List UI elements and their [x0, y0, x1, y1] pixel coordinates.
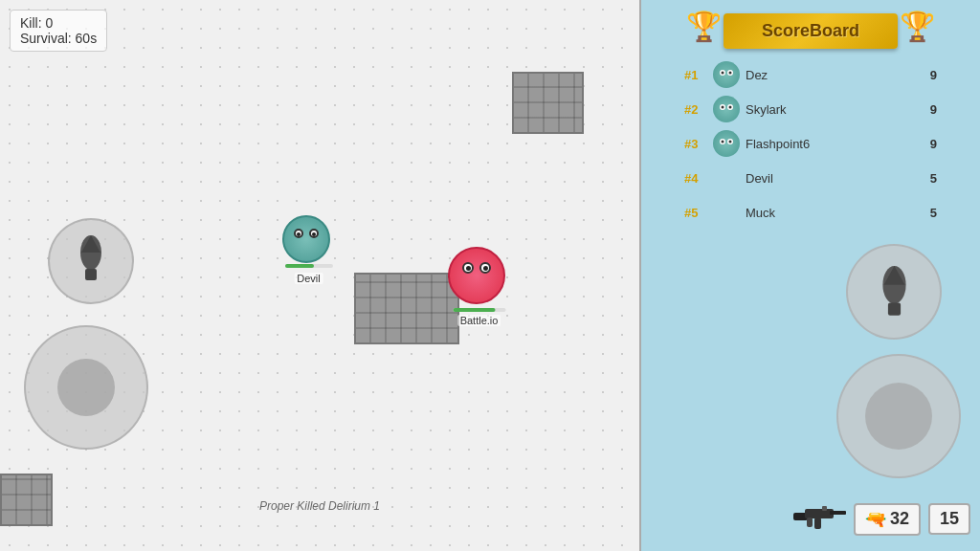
game-panel: Kill: 0 Survival: 60s Devil: [0, 0, 641, 551]
health-display: 15: [928, 503, 970, 535]
svg-point-17: [729, 141, 732, 143]
kill-message: Proper Killed Delirium 1: [259, 499, 380, 513]
kill-stat: Kill: 0: [20, 15, 97, 31]
score-value-3: 9: [930, 137, 937, 151]
right-move-control[interactable]: [836, 354, 961, 478]
score-name-1: Dez: [746, 68, 930, 82]
score-list: #1Dez9#2Skylark9#3Flashpoint69#4Devil5#5…: [677, 57, 945, 230]
svg-point-3: [717, 65, 736, 84]
svg-point-6: [722, 72, 724, 75]
trophy-right-icon: 🏆: [900, 10, 935, 43]
right-move-inner: [865, 383, 932, 450]
left-move-control[interactable]: [24, 325, 148, 450]
svg-point-16: [722, 141, 724, 143]
wall-top-right: [512, 72, 584, 134]
score-value-2: 9: [930, 102, 937, 117]
score-avatar-1: [713, 61, 740, 88]
health-count: 15: [940, 509, 959, 529]
score-row-3: #3Flashpoint69: [677, 126, 945, 161]
ammo-icon: 🔫: [865, 509, 886, 530]
wall-bottom-left: [0, 474, 53, 526]
bottom-hud: 🔫 32 15: [793, 501, 970, 537]
weapon-icon: [793, 501, 846, 537]
ammo-display: 🔫 32: [854, 503, 921, 536]
svg-rect-25: [807, 518, 813, 527]
right-bullet-icon: [873, 266, 916, 319]
svg-rect-24: [814, 518, 821, 529]
scoreboard: 🏆 ScoreBoard 🏆 #1Dez9#2Skylark9#3Flashpo…: [677, 5, 945, 230]
svg-point-11: [722, 106, 724, 109]
score-name-3: Flashpoint6: [746, 137, 930, 151]
svg-point-8: [717, 99, 736, 119]
score-name-5: Muck: [746, 206, 930, 220]
enemy-name-label: Battle.io: [457, 315, 501, 326]
bullet-icon: [72, 235, 110, 283]
score-name-2: Skylark: [746, 102, 930, 117]
svg-rect-22: [805, 509, 834, 518]
svg-rect-26: [822, 506, 827, 511]
player-name-label: Devil: [294, 273, 323, 284]
score-row-5: #5Muck5: [677, 195, 945, 230]
score-rank-4: #4: [684, 171, 713, 186]
score-row-2: #2Skylark9: [677, 92, 945, 126]
svg-rect-20: [887, 302, 900, 315]
scoreboard-banner: 🏆 ScoreBoard 🏆: [677, 5, 945, 57]
score-avatar-3: [713, 130, 740, 157]
svg-rect-23: [830, 511, 846, 515]
wall-mid: [354, 273, 459, 344]
svg-point-7: [729, 72, 732, 75]
svg-rect-2: [85, 269, 97, 280]
ui-panel: 🏆 ScoreBoard 🏆 #1Dez9#2Skylark9#3Flashpo…: [641, 0, 980, 551]
left-gun-control[interactable]: [48, 218, 134, 304]
score-value-1: 9: [930, 68, 937, 82]
score-rank-2: #2: [684, 102, 713, 117]
ammo-count: 32: [890, 509, 909, 529]
score-name-4: Devil: [746, 171, 930, 186]
score-avatar-2: [713, 96, 740, 122]
stats-box: Kill: 0 Survival: 60s: [10, 10, 107, 52]
survival-stat: Survival: 60s: [20, 31, 97, 46]
score-row-1: #1Dez9: [677, 57, 945, 92]
score-rank-5: #5: [684, 206, 713, 220]
trophy-left-icon: 🏆: [686, 10, 722, 43]
player-devil: Devil: [282, 210, 335, 263]
score-rank-1: #1: [684, 68, 713, 82]
score-rank-3: #3: [684, 137, 713, 151]
svg-point-12: [729, 106, 732, 109]
svg-point-13: [717, 134, 736, 153]
score-row-4: #4Devil5: [677, 161, 945, 195]
score-value-5: 5: [930, 206, 937, 220]
rifle-svg: [793, 501, 846, 530]
score-value-4: 5: [930, 171, 937, 186]
right-gun-control[interactable]: [846, 244, 942, 340]
enemy-battle: Battle.io: [448, 247, 510, 309]
scoreboard-title: ScoreBoard: [724, 13, 898, 49]
